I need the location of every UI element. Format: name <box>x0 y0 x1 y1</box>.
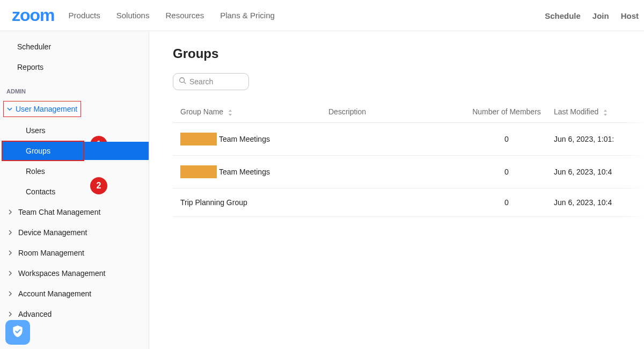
group-name: Team Meetings <box>219 135 270 143</box>
sidebar-item-users[interactable]: Users <box>0 120 149 141</box>
nav-products[interactable]: Products <box>69 11 100 20</box>
logo-text: zoom <box>12 5 55 25</box>
nav-solutions[interactable]: Solutions <box>116 11 150 20</box>
nav-join[interactable]: Join <box>592 11 609 20</box>
group-modified: Jun 6, 2023, 10:4 <box>554 198 644 207</box>
sidebar-item-reports[interactable]: Reports <box>0 57 149 77</box>
group-name: Team Meetings <box>219 168 270 176</box>
group-modified: Jun 6, 2023, 1:01: <box>554 135 644 143</box>
sidebar-item-team-chat-management[interactable]: Team Chat Management <box>0 202 149 222</box>
table-row[interactable]: Trip Planning Group 0 Jun 6, 2023, 10:4 <box>173 188 644 217</box>
sidebar-item-label: Room Management <box>18 249 84 257</box>
redacted-block <box>180 165 217 178</box>
sidebar: Scheduler Reports ADMIN User Management … <box>0 31 149 349</box>
col-header-modified[interactable]: Last Modified <box>554 107 644 116</box>
shield-check-icon <box>11 324 25 340</box>
sidebar-item-label: Groups <box>0 147 50 155</box>
chevron-right-icon <box>6 249 14 257</box>
sidebar-item-label: Advanced <box>18 310 52 318</box>
sidebar-item-label: Team Chat Management <box>18 208 100 216</box>
sidebar-item-user-management[interactable]: User Management <box>3 101 81 117</box>
groups-table: Group Name Description Number of Members… <box>173 107 644 217</box>
sidebar-item-label: Scheduler <box>17 42 51 51</box>
sidebar-item-label: Users <box>26 126 46 135</box>
group-members: 0 <box>459 168 554 176</box>
group-members: 0 <box>459 198 554 207</box>
sidebar-item-label: Roles <box>26 167 45 176</box>
col-header-name[interactable]: Group Name <box>180 107 328 116</box>
sidebar-item-device-management[interactable]: Device Management <box>0 222 149 243</box>
sidebar-item-label: Device Management <box>18 228 87 237</box>
group-members: 0 <box>459 135 554 143</box>
sidebar-item-groups[interactable]: Groups <box>0 141 149 161</box>
col-header-members[interactable]: Number of Members <box>459 107 554 116</box>
nav-host[interactable]: Host <box>621 11 639 20</box>
page-title: Groups <box>173 46 644 61</box>
sidebar-item-label: Contacts <box>26 187 55 196</box>
main-content: Groups Group Name Description Number <box>149 31 644 349</box>
chevron-down-icon <box>6 105 13 113</box>
chevron-right-icon <box>6 310 14 318</box>
sidebar-item-room-management[interactable]: Room Management <box>0 243 149 263</box>
sidebar-item-contacts[interactable]: Contacts <box>0 181 149 202</box>
sidebar-item-scheduler[interactable]: Scheduler <box>0 37 149 57</box>
svg-line-1 <box>184 82 186 84</box>
sidebar-heading-admin: ADMIN <box>0 77 149 100</box>
nav-resources[interactable]: Resources <box>165 11 204 20</box>
sidebar-item-label: Workspaces Management <box>18 269 105 278</box>
sort-icon <box>603 109 608 115</box>
table-header: Group Name Description Number of Members… <box>173 107 644 123</box>
sidebar-item-label: User Management <box>16 105 77 113</box>
search-icon <box>179 77 189 86</box>
sidebar-item-workspaces-management[interactable]: Workspaces Management <box>0 263 149 283</box>
table-row[interactable]: Team Meetings 0 Jun 6, 2023, 1:01: <box>173 123 644 156</box>
top-nav-left: Products Solutions Resources Plans & Pri… <box>69 11 275 20</box>
sort-icon <box>228 109 233 115</box>
chevron-right-icon <box>6 208 14 216</box>
search-input[interactable] <box>189 77 243 86</box>
chevron-right-icon <box>6 270 14 277</box>
top-nav-right: Schedule Join Host <box>545 0 644 31</box>
nav-plans-pricing[interactable]: Plans & Pricing <box>220 11 275 20</box>
table-row[interactable]: Team Meetings 0 Jun 6, 2023, 10:4 <box>173 156 644 188</box>
chevron-right-icon <box>6 290 14 297</box>
sidebar-item-label: Reports <box>17 63 43 71</box>
nav-schedule[interactable]: Schedule <box>545 11 581 20</box>
group-name: Trip Planning Group <box>180 198 247 207</box>
group-modified: Jun 6, 2023, 10:4 <box>554 168 644 176</box>
sidebar-item-roles[interactable]: Roles <box>0 161 149 181</box>
sidebar-item-account-management[interactable]: Account Management <box>0 283 149 304</box>
chevron-right-icon <box>6 229 14 236</box>
logo[interactable]: zoom <box>12 5 55 25</box>
top-nav: zoom Products Solutions Resources Plans … <box>0 0 644 31</box>
search-box[interactable] <box>173 73 249 90</box>
redacted-block <box>180 133 217 146</box>
sidebar-item-label: Account Management <box>18 289 91 298</box>
svg-point-0 <box>180 78 185 83</box>
col-header-description[interactable]: Description <box>328 107 459 116</box>
shield-button[interactable] <box>5 320 30 345</box>
